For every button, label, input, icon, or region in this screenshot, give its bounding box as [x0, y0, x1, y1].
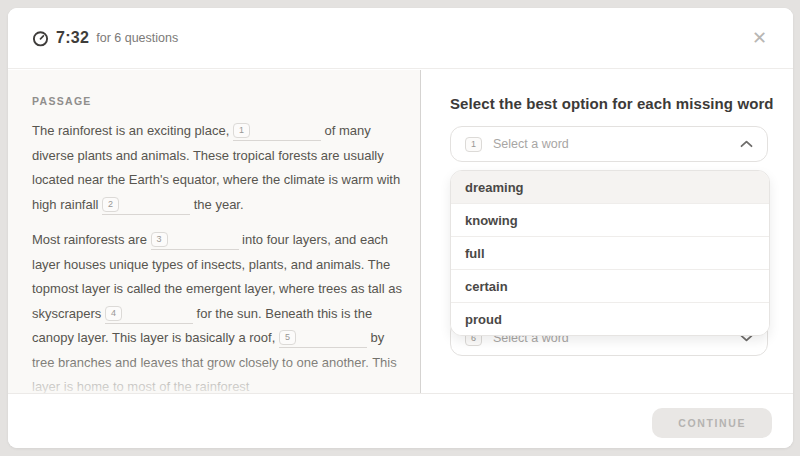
passage-blank-4: 4 [105, 306, 193, 324]
options-list: dreamingknowingfullcertainproud [450, 170, 770, 336]
dialog-card: 7:32 for 6 questions ✕ PASSAGE The rainf… [8, 8, 793, 448]
question-heading: Select the best option for each missing … [450, 95, 774, 112]
passage-label: PASSAGE [32, 95, 404, 107]
passage-paragraph: Most rainforests are 3 into four layers,… [32, 228, 404, 394]
close-icon: ✕ [752, 28, 767, 48]
continue-button[interactable]: CONTINUE [652, 408, 772, 438]
option-certain[interactable]: certain [451, 269, 769, 302]
dialog-header: 7:32 for 6 questions ✕ [8, 8, 793, 69]
question-panel: Select the best option for each missing … [422, 70, 793, 394]
blank-number-badge: 4 [105, 306, 122, 321]
close-button[interactable]: ✕ [752, 29, 767, 47]
dropdown-number-badge: 1 [465, 137, 482, 152]
option-proud[interactable]: proud [451, 302, 769, 335]
timer-clock-icon [32, 30, 49, 47]
dialog-footer: CONTINUE [8, 393, 793, 448]
timer-value: 7:32 [56, 29, 89, 47]
blank-number-badge: 3 [151, 232, 168, 247]
passage-blank-2: 2 [102, 197, 190, 215]
blank-number-badge: 1 [233, 123, 250, 138]
option-full[interactable]: full [451, 236, 769, 269]
passage-panel: PASSAGE The rainforest is an exciting pl… [8, 70, 421, 394]
passage-blank-5: 5 [279, 330, 367, 348]
chevron-up-icon [740, 140, 753, 148]
passage-blank-1: 1 [233, 123, 321, 141]
passage-blank-3: 3 [151, 232, 239, 250]
dropdown-placeholder: Select a word [493, 137, 569, 151]
option-dreaming[interactable]: dreaming [451, 171, 769, 203]
option-knowing[interactable]: knowing [451, 203, 769, 236]
timer-subtitle: for 6 questions [96, 31, 178, 45]
passage-paragraph: The rainforest is an exciting place, 1 o… [32, 119, 404, 217]
passage-paragraphs: The rainforest is an exciting place, 1 o… [32, 119, 404, 394]
word-dropdown-1[interactable]: 1 Select a word [450, 126, 768, 162]
blank-number-badge: 2 [102, 197, 119, 212]
blank-number-badge: 5 [279, 330, 296, 345]
